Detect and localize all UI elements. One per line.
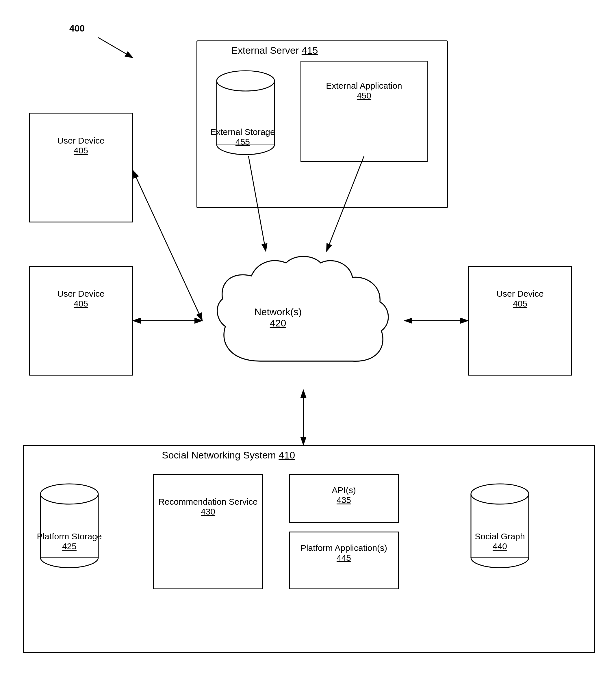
svg-line-5 <box>133 170 202 321</box>
user-device-mid-left-box <box>29 266 133 376</box>
user-device-right-box <box>468 266 572 376</box>
external-server-label: External Server 415 <box>231 45 318 56</box>
external-application-box <box>300 61 428 162</box>
svg-point-12 <box>217 71 275 91</box>
user-device-top-left-box <box>29 113 133 222</box>
svg-point-16 <box>471 484 529 504</box>
svg-line-4 <box>98 38 133 58</box>
platform-application-label: Platform Application(s) 445 <box>292 543 396 563</box>
recommendation-service-box <box>153 474 263 589</box>
external-storage-label: External Storage 455 <box>208 127 277 147</box>
social-graph-cylinder <box>468 477 531 569</box>
social-graph-label: Social Graph 440 <box>459 531 540 551</box>
user-device-top-left-label: User Device 405 <box>35 136 127 156</box>
reference-label: 400 <box>69 23 85 34</box>
external-application-label: External Application 450 <box>306 81 422 101</box>
user-device-mid-left-label: User Device 405 <box>35 289 127 308</box>
api-label: API(s) 435 <box>292 485 396 505</box>
recommendation-service-label: Recommendation Service 430 <box>156 497 260 516</box>
svg-point-14 <box>41 484 98 504</box>
platform-storage-label: Platform Storage 425 <box>29 531 110 551</box>
diagram-container: 400 External Server 415 External Storage… <box>0 0 616 676</box>
social-networking-system-label: Social Networking System 410 <box>162 450 295 461</box>
platform-storage-cylinder <box>38 477 101 569</box>
user-device-right-label: User Device 405 <box>474 289 566 308</box>
network-cloud <box>202 251 404 390</box>
network-label: Network(s) 420 <box>254 306 302 329</box>
